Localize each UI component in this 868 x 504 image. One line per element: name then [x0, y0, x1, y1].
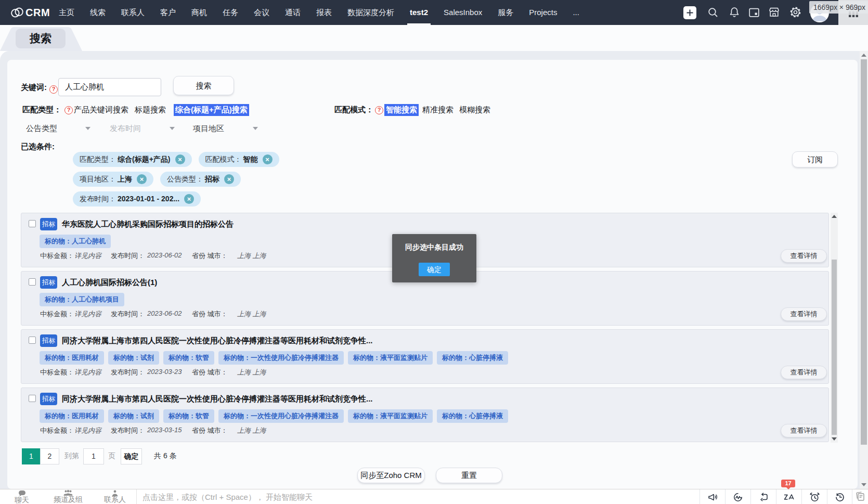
scroll-down-icon[interactable]: [832, 437, 837, 441]
match-mode-option-smart[interactable]: 智能搜索: [384, 104, 419, 116]
notification-badge: 17: [781, 480, 795, 487]
publish-time-select[interactable]: 发布时间: [110, 123, 175, 134]
subject-chip: 标的物：软管: [163, 409, 214, 423]
match-type-help-icon[interactable]: ?: [64, 106, 73, 114]
search-icon[interactable]: [708, 7, 718, 18]
subject-chip: 标的物：一次性使用心脏冷停搏灌注器: [218, 409, 344, 423]
calendar-icon[interactable]: [749, 7, 759, 17]
view-detail-button[interactable]: 查看详情: [781, 307, 827, 321]
sync-to-crm-button[interactable]: 同步至Zoho CRM: [357, 468, 425, 483]
result-title[interactable]: 人工心肺机国际招标公告(1): [62, 278, 157, 288]
nav-item-services[interactable]: 服务: [498, 0, 513, 25]
result-title[interactable]: 同济大学附属上海市第四人民医院一次性使用心脏冷停搏灌注器等医用耗材和试剂竞争性.…: [62, 336, 373, 346]
tab-strip: 搜索: [0, 25, 868, 51]
page-scrollbar-thumb[interactable]: [861, 59, 867, 445]
chat-input[interactable]: 点击这里，或按（Ctrl + Space）， 开始智能聊天: [142, 489, 313, 504]
condition-chip: 匹配类型：综合(标题+产品)×: [73, 152, 192, 167]
nav-item-tasks[interactable]: 任务: [223, 0, 238, 25]
nav-item-leads[interactable]: 线索: [90, 0, 106, 25]
subject-chip: 标的物：软管: [163, 351, 214, 365]
subject-chip: 标的物：人工心肺机: [40, 235, 111, 248]
keyword-input[interactable]: [58, 78, 161, 96]
goto-page-input[interactable]: 1: [83, 448, 104, 464]
goto-confirm-button[interactable]: 确定: [121, 448, 142, 464]
result-title[interactable]: 同济大学附属上海市第四人民医院一次性使用心脏冷停搏灌注器等医用耗材和试剂竞争性.…: [62, 394, 373, 404]
view-detail-button[interactable]: 查看详情: [781, 366, 827, 379]
match-type-option-product[interactable]: 产品关键词搜索: [74, 105, 128, 115]
gear-icon[interactable]: [790, 7, 801, 18]
nav-item-reports[interactable]: 报表: [316, 0, 332, 25]
view-detail-button[interactable]: 查看详情: [781, 424, 827, 437]
copy-icon[interactable]: [856, 492, 865, 503]
nav-item-contacts[interactable]: 联系人: [121, 0, 145, 25]
chip-close-icon[interactable]: ×: [137, 174, 147, 184]
nav-item-analytics[interactable]: 数据深度分析: [347, 0, 394, 25]
chat-tab-contacts[interactable]: 联系人: [102, 489, 128, 504]
nav-item-projects[interactable]: Projects: [529, 0, 557, 25]
nav-item-accounts[interactable]: 客户: [160, 0, 176, 25]
keyword-label: 关键词:: [21, 83, 47, 93]
match-type-option-title[interactable]: 标题搜索: [135, 105, 166, 115]
match-mode-label: 匹配模式：: [334, 105, 373, 115]
chip-close-icon[interactable]: ×: [184, 194, 194, 204]
nav-overflow-menu[interactable]: ...: [573, 0, 579, 25]
chat-tab-chats[interactable]: 聊天: [7, 489, 36, 504]
condition-chip: 发布时间：2023-01-01 - 202...×: [73, 191, 201, 206]
scroll-up-icon[interactable]: [832, 215, 837, 218]
search-button[interactable]: 搜索: [173, 76, 234, 95]
megaphone-icon[interactable]: [699, 489, 725, 504]
subject-chip: 标的物：人工心肺机项目: [40, 293, 124, 306]
nav-item-meetings[interactable]: 会议: [254, 0, 269, 25]
reset-button[interactable]: 重置: [436, 468, 502, 483]
condition-chip: 项目地区：上海×: [73, 172, 153, 187]
result-checkbox[interactable]: [29, 278, 36, 286]
add-button[interactable]: [683, 6, 696, 19]
nav-item-calls[interactable]: 通话: [285, 0, 301, 25]
match-mode-option-exact[interactable]: 精准搜索: [422, 105, 454, 115]
nav-item-deals[interactable]: 商机: [191, 0, 207, 25]
project-region-select[interactable]: 项目地区: [193, 123, 258, 134]
history-icon[interactable]: [827, 489, 852, 504]
chat-bar: 聊天 频道及组 联系人 点击这里，或按（Ctrl + Space）， 开始智能聊…: [0, 489, 868, 504]
chip-close-icon[interactable]: ×: [224, 174, 234, 184]
nav-item-salesinbox[interactable]: SalesInbox: [444, 0, 482, 25]
chip-close-icon[interactable]: ×: [175, 154, 185, 164]
nav-menu: 主页 线索 联系人 客户 商机 任务 会议 通话 报表 数据深度分析 test2…: [59, 0, 579, 25]
modal-confirm-button[interactable]: 确定: [419, 263, 450, 276]
condition-chip: 公告类型：招标×: [160, 172, 241, 187]
chat-tab-channels[interactable]: 频道及组: [52, 489, 84, 504]
scroll-up-icon[interactable]: [861, 54, 866, 57]
chevron-down-icon: [85, 127, 90, 130]
match-mode-help-icon[interactable]: ?: [375, 106, 383, 114]
tender-tag: 招标: [40, 218, 57, 230]
result-checkbox[interactable]: [29, 395, 36, 402]
result-checkbox[interactable]: [29, 337, 36, 344]
tab-search[interactable]: 搜索: [16, 29, 66, 48]
zia-icon[interactable]: [776, 489, 801, 504]
match-mode-option-fuzzy[interactable]: 模糊搜索: [459, 105, 490, 115]
page-button-1[interactable]: 1: [22, 448, 41, 464]
scroll-down-icon[interactable]: [861, 483, 866, 486]
nav-item-home[interactable]: 主页: [59, 0, 74, 25]
result-checkbox[interactable]: [29, 220, 36, 227]
result-card: 招标 同济大学附属上海市第四人民医院一次性使用心脏冷停搏灌注器等医用耗材和试剂竞…: [21, 329, 829, 384]
bell-icon[interactable]: [729, 7, 740, 18]
top-navbar: CRM 主页 线索 联系人 客户 商机 任务 会议 通话 报表 数据深度分析 t…: [0, 0, 868, 25]
announcement-type-select[interactable]: 公告类型: [26, 123, 90, 134]
match-type-option-combined[interactable]: 综合(标题+产品)搜索: [174, 104, 249, 116]
subscribe-button[interactable]: 订阅: [792, 151, 838, 167]
keyword-help-icon[interactable]: ?: [49, 85, 58, 94]
page-button-2[interactable]: 2: [40, 448, 59, 464]
results-scrollbar-thumb[interactable]: [832, 260, 837, 435]
result-title[interactable]: 华东医院人工心肺机采购国际招标项目的招标公告: [62, 219, 234, 229]
store-icon[interactable]: [769, 7, 780, 18]
pulse-icon[interactable]: [725, 489, 750, 504]
view-detail-button[interactable]: 查看详情: [781, 249, 827, 263]
page-scrollbar[interactable]: [860, 51, 868, 489]
nav-item-test2[interactable]: test2: [410, 0, 428, 25]
alarm-icon[interactable]: [801, 489, 827, 504]
chip-close-icon[interactable]: ×: [263, 154, 273, 164]
subject-chip: 标的物：液平面监测贴片: [348, 351, 433, 365]
results-scrollbar[interactable]: [831, 213, 838, 443]
repost-icon[interactable]: [750, 489, 776, 504]
